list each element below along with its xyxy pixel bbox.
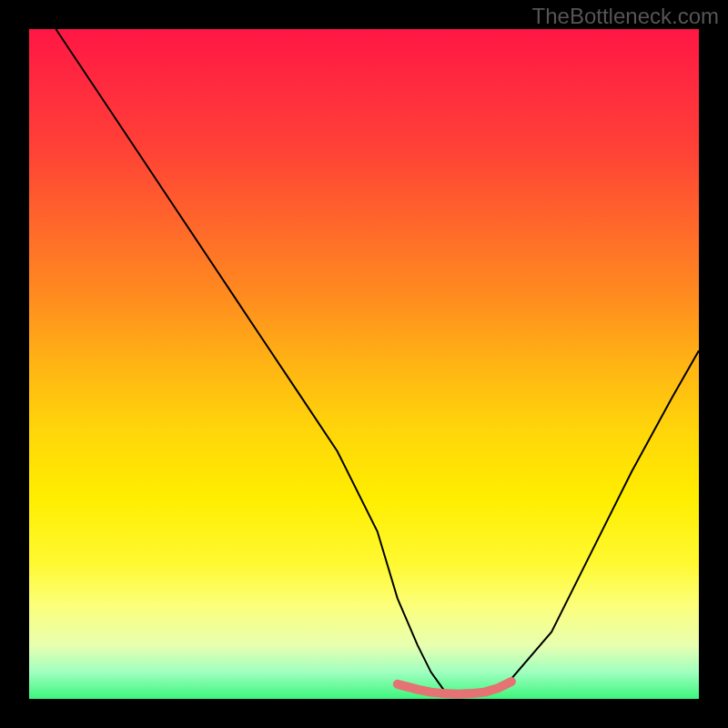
watermark-text: TheBottleneck.com bbox=[532, 4, 719, 29]
chart-svg bbox=[0, 0, 728, 728]
main-curve bbox=[56, 29, 699, 694]
highlight-segment bbox=[398, 682, 511, 694]
